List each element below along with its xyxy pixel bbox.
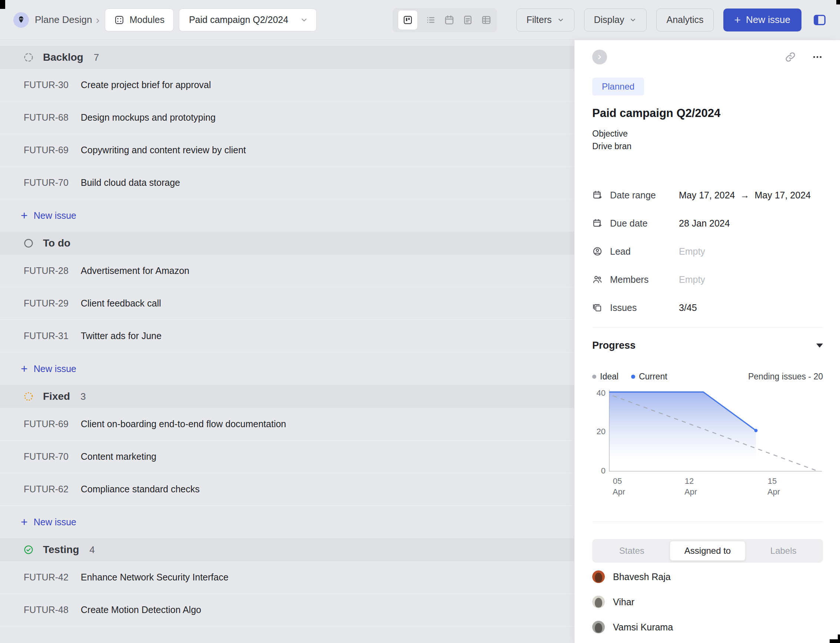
- svg-text:40: 40: [596, 388, 606, 398]
- divider: [592, 522, 823, 522]
- property-date-range: Date range May 17, 2024 → May 17, 2024: [592, 185, 823, 205]
- plus-icon: +: [21, 516, 28, 528]
- new-issue-label: New issue: [746, 14, 790, 26]
- breakdown-tabs: States Assigned to Labels: [592, 539, 823, 563]
- lead-value[interactable]: Empty: [679, 246, 705, 257]
- assignee-row[interactable]: Bhavesh Raja: [592, 564, 823, 589]
- property-issues: Issues 3/45: [592, 298, 823, 318]
- svg-text:Apr: Apr: [767, 487, 780, 496]
- new-issue-label: New issue: [34, 517, 76, 527]
- plus-icon: +: [21, 209, 28, 221]
- copy-link-icon[interactable]: [784, 51, 796, 63]
- module-detail-panel: Planned Paid campaign Q2/2024 Objective …: [574, 40, 840, 643]
- property-lead: Lead Empty: [592, 242, 823, 261]
- avatar: [592, 570, 605, 583]
- issue-id: FUTUR-70: [24, 177, 81, 188]
- analytics-label: Analytics: [666, 15, 703, 25]
- more-options-icon[interactable]: [812, 51, 823, 62]
- modules-label: Modules: [130, 15, 165, 25]
- property-label: Lead: [610, 246, 631, 257]
- screen-corner-artifact: [830, 639, 840, 643]
- analytics-button[interactable]: Analytics: [656, 8, 713, 31]
- issue-id: FUTUR-68: [24, 112, 81, 123]
- issue-id: FUTUR-42: [24, 572, 81, 583]
- tab-states[interactable]: States: [594, 541, 670, 561]
- display-label: Display: [594, 15, 624, 25]
- issue-title: Client on-boarding end-to-end flow docum…: [81, 419, 286, 429]
- property-label: Members: [610, 274, 649, 285]
- issue-title: Twitter ads for June: [81, 331, 162, 341]
- sidebar-toggle-button[interactable]: [812, 13, 827, 27]
- issue-title: Compliance standard checks: [81, 484, 199, 494]
- issue-id: FUTUR-31: [24, 331, 81, 341]
- property-members: Members Empty: [592, 269, 823, 289]
- chevron-down-icon: [629, 16, 637, 24]
- calendar-due-icon: [592, 218, 603, 228]
- issue-id: FUTUR-62: [24, 484, 81, 494]
- issue-title: Create Motion Detection Algo: [81, 604, 201, 615]
- property-label: Due date: [610, 218, 647, 229]
- breadcrumb[interactable]: Plane Design: [13, 12, 92, 28]
- issue-id: FUTUR-28: [24, 265, 81, 276]
- user-circle-icon: [592, 246, 603, 256]
- app-header: Plane Design › Modules Paid campaign Q2/…: [0, 0, 840, 40]
- new-issue-button[interactable]: + New issue: [723, 8, 801, 31]
- module-description-line: Drive bran: [592, 140, 823, 152]
- assignee-row[interactable]: Vihar: [592, 589, 823, 615]
- done-state-icon: [23, 544, 34, 555]
- screen-corner-artifact: [836, 0, 840, 5]
- legend-current: Current: [639, 372, 667, 382]
- collapse-caret-icon[interactable]: [816, 344, 823, 348]
- issues-value[interactable]: 3/45: [679, 302, 697, 313]
- view-switcher: [392, 8, 497, 32]
- burndown-chart: 40 20 0 05 Apr 12 Apr 15 Apr: [592, 386, 823, 497]
- plane-logo: [13, 12, 29, 28]
- spreadsheet-view-icon[interactable]: [462, 15, 473, 26]
- screen-corner-artifact: [838, 635, 840, 640]
- group-name: To do: [43, 237, 70, 249]
- group-name: Testing: [43, 544, 79, 556]
- tab-assigned-to[interactable]: Assigned to: [670, 541, 746, 561]
- list-view-icon[interactable]: [425, 15, 436, 26]
- display-button[interactable]: Display: [584, 8, 647, 31]
- svg-text:12: 12: [685, 477, 694, 486]
- assignee-name: Bhavesh Raja: [613, 571, 671, 582]
- issue-title: Content marketing: [81, 451, 156, 462]
- gantt-view-icon[interactable]: [481, 15, 492, 26]
- calendar-view-icon[interactable]: [444, 15, 455, 26]
- filters-label: Filters: [526, 15, 551, 25]
- issues-layers-icon: [592, 302, 603, 313]
- issue-id: FUTUR-48: [24, 604, 81, 615]
- issue-id: FUTUR-30: [24, 80, 81, 90]
- property-due-date: Due date 28 Jan 2024: [592, 213, 823, 233]
- screen-corner-artifact: [0, 0, 5, 9]
- legend-ideal: Ideal: [600, 372, 619, 382]
- panel-collapse-button[interactable]: [592, 50, 607, 64]
- filters-button[interactable]: Filters: [516, 8, 574, 31]
- due-date-value[interactable]: 28 Jan 2024: [679, 218, 730, 229]
- arrow-right-icon: →: [740, 190, 750, 201]
- members-icon: [592, 274, 603, 285]
- group-count: 3: [80, 391, 85, 402]
- svg-text:Apr: Apr: [613, 487, 625, 496]
- assignee-name: Vihar: [613, 597, 634, 607]
- modules-button[interactable]: Modules: [105, 8, 174, 31]
- members-value[interactable]: Empty: [679, 274, 705, 285]
- kanban-view-icon[interactable]: [398, 10, 418, 30]
- date-range-value[interactable]: May 17, 2024 → May 17, 2024: [679, 190, 811, 201]
- chevron-down-icon: [557, 16, 564, 24]
- svg-text:05: 05: [613, 477, 622, 486]
- todo-state-icon: [23, 238, 34, 249]
- issue-id: FUTUR-70: [24, 451, 81, 462]
- group-count: 4: [89, 544, 95, 556]
- module-title: Paid campaign Q2/2024: [592, 106, 823, 121]
- svg-text:20: 20: [596, 427, 606, 436]
- status-badge[interactable]: Planned: [592, 78, 644, 96]
- module-selector-dropdown[interactable]: Paid campaign Q2/2024: [179, 8, 317, 31]
- tab-labels[interactable]: Labels: [745, 541, 821, 561]
- assignee-row[interactable]: Vamsi Kurama: [592, 615, 823, 640]
- date-to: May 17, 2024: [755, 190, 811, 201]
- avatar: [592, 596, 605, 608]
- issue-title: Client feedback call: [81, 298, 161, 309]
- issue-title: Enhance Network Security Interface: [81, 572, 229, 583]
